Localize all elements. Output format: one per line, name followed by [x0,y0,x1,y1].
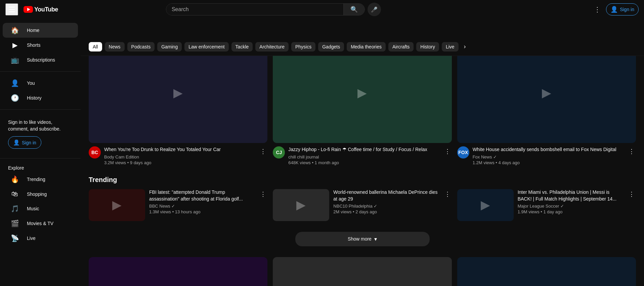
video-thumb-mv2: ▶ [273,257,452,286]
sidebar-divider-1 [0,71,81,72]
filter-next-arrow[interactable]: › [461,42,469,51]
trending-item-t2[interactable]: ▶ World-renowned ballerina Michaela DePr… [273,189,452,221]
trending-details-t1: FBI latest: "attempted Donald Trump assa… [149,189,255,221]
sidebar-label-music: Music [27,206,39,211]
video-channel-v2: chill chill journal [288,154,439,159]
trending-channel-t3: Major League Soccer ✓ [518,204,623,209]
home-icon: 🏠 [11,26,19,34]
video-more-button-v1[interactable]: ⋮ [259,146,267,156]
live-icon: 📡 [11,234,19,242]
video-info-v3: FOX White House accidentally sends bombs… [457,146,636,165]
sidebar-item-shorts[interactable]: ▶ Shorts [3,38,78,52]
filter-chip-aircrafts[interactable]: Aircrafts [388,42,414,51]
channel-avatar-v2[interactable]: CJ [273,146,285,158]
sidebar-item-home[interactable]: 🏠 Home [3,23,78,38]
youtube-logo[interactable]: YouTube [24,6,58,13]
show-more-button[interactable]: Show more ▾ [295,232,430,246]
hamburger-menu-button[interactable] [5,3,18,15]
video-channel-v1: Body Cam Edition [104,154,255,159]
filter-chip-live[interactable]: Live [442,42,459,51]
video-info-v1: BC When You're Too Drunk to Realize You … [89,146,267,165]
main-content: AllNewsPodcastsGamingLaw enforcementTack… [81,19,644,286]
trending-item-t3[interactable]: ▶ Inter Miami vs. Philadelphia Union | M… [457,189,636,221]
trending-channel-t2: NBC10 Philadelphia ✓ [333,204,439,209]
sidebar-signin-label: Sign in [22,140,36,145]
video-more-button-v3[interactable]: ⋮ [627,146,636,156]
filter-chip-physics[interactable]: Physics [291,42,315,51]
shorts-icon: ▶ [11,41,19,49]
filter-chip-media_theories[interactable]: Media theories [347,42,386,51]
top-videos-section: ▶ BC When You're Too Drunk to Realize Yo… [81,37,644,171]
music-icon: 🎵 [11,205,19,213]
sidebar-item-music[interactable]: 🎵 Music [3,201,78,216]
sidebar-item-shopping[interactable]: 🛍 Shopping [3,187,78,201]
sign-in-label: Sign in [620,7,634,12]
top-videos-grid: ▶ BC When You're Too Drunk to Realize Yo… [89,42,636,165]
video-thumb-v1: ▶ [89,42,267,143]
sidebar-item-live[interactable]: 📡 Live [3,231,78,246]
trending-thumb-t1: ▶ [89,189,145,221]
filter-chip-history[interactable]: History [416,42,439,51]
show-more-container: Show more ▾ [81,226,644,252]
channel-avatar-v1[interactable]: BC [89,146,101,158]
trending-more-button-t1[interactable]: ⋮ [259,189,267,199]
filter-chip-news[interactable]: News [105,42,125,51]
movies-icon: 🎬 [11,219,19,227]
trending-thumb-t3: ▶ [457,189,514,221]
search-bar: 🔍 [166,3,365,15]
video-card-v3[interactable]: ▶ FOX White House accidentally sends bom… [457,42,636,165]
sign-in-button[interactable]: 👤 Sign in [606,3,639,15]
video-card-mv1[interactable]: ▶ RT I Survived 50 Hours in Apple Vision… [89,257,267,286]
search-icon: 🔍 [350,6,358,13]
sidebar-divider-2 [0,109,81,110]
filter-chip-architecture[interactable]: Architecture [255,42,289,51]
sidebar-item-trending[interactable]: 🔥 Trending [3,172,78,187]
video-title-v3: White House accidentally sends bombshell… [473,146,624,153]
filter-chip-podcasts[interactable]: Podcasts [127,42,155,51]
search-button[interactable]: 🔍 [343,4,364,15]
sidebar-signin-button[interactable]: 👤 Sign in [8,136,41,149]
more-options-button[interactable]: ⋮ [591,3,603,16]
video-thumb-v3: ▶ [457,42,636,143]
video-channel-v3: Fox News ✓ [473,154,624,159]
trending-title-t1: FBI latest: "attempted Donald Trump assa… [149,189,255,202]
filter-chip-gadgets[interactable]: Gadgets [318,42,344,51]
subscriptions-icon: 📺 [11,56,19,64]
search-input[interactable] [166,4,343,15]
mic-button[interactable]: 🎤 [368,3,381,16]
filter-chip-law_enforcement[interactable]: Law enforcement [184,42,228,51]
trending-more-button-t3[interactable]: ⋮ [627,189,636,199]
sidebar-item-subscriptions[interactable]: 📺 Subscriptions [3,52,78,67]
trending-meta-t3: 1.9M views • 1 day ago [518,209,623,214]
shopping-icon: 🛍 [11,190,19,198]
filter-chip-tackle[interactable]: Tackle [231,42,253,51]
trending-item-t1[interactable]: ▶ FBI latest: "attempted Donald Trump as… [89,189,267,221]
sidebar-signin-icon: 👤 [13,139,20,146]
sidebar-item-history[interactable]: 🕐 History [3,91,78,105]
trending-meta-t2: 2M views • 2 days ago [333,209,439,214]
trending-channel-t1: BBC News ✓ [149,204,255,209]
mic-icon: 🎤 [371,6,378,13]
video-card-mv3[interactable]: ▶ Ve Inside The Navy's Indoor Ocean Veri… [457,257,636,286]
trending-section: Trending ▶ FBI latest: "attempted Donald… [81,171,644,226]
video-card-mv2[interactable]: ▶ TF Taking a 100-Year-Old Model T to a … [273,257,452,286]
filter-chip-gaming[interactable]: Gaming [157,42,182,51]
trending-icon: 🔥 [11,175,19,183]
video-more-button-v2[interactable]: ⋮ [443,146,452,156]
video-details-v2: Jazzy Hiphop - Lo-fi Rain ☂ Coffee time … [288,146,439,165]
sidebar-label-subscriptions: Subscriptions [27,57,55,63]
trending-title-t2: World-renowned ballerina Michaela DePrin… [333,189,439,202]
sidebar-item-movies[interactable]: 🎬 Movies & TV [3,216,78,231]
sidebar-signin-box: Sign in to like videos, comment, and sub… [0,114,81,154]
channel-avatar-v3[interactable]: FOX [457,146,469,158]
sidebar-item-you[interactable]: 👤 You [3,76,78,91]
sidebar-label-live: Live [27,236,36,241]
history-icon: 🕐 [11,94,19,102]
sidebar-divider-3 [0,158,81,158]
filter-chip-all[interactable]: All [89,42,102,51]
video-card-v1[interactable]: ▶ BC When You're Too Drunk to Realize Yo… [89,42,267,165]
sidebar-label-shorts: Shorts [27,42,40,48]
video-meta-v3: 1.2M views • 4 days ago [473,160,624,165]
video-card-v2[interactable]: ▶ CJ Jazzy Hiphop - Lo-fi Rain ☂ Coffee … [273,42,452,165]
trending-more-button-t2[interactable]: ⋮ [443,189,452,199]
